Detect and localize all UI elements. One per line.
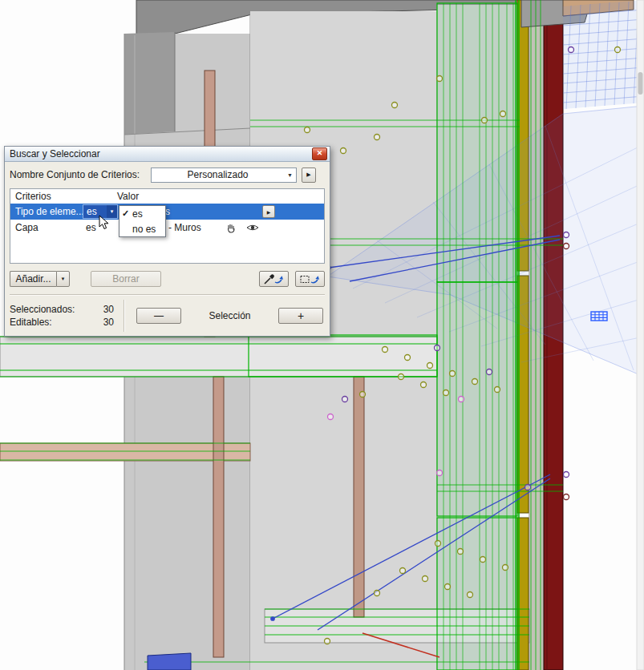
criteria-set-value: Personalizado [152, 169, 284, 180]
criteria-set-label: Nombre Conjunto de Criterios: [10, 169, 151, 180]
menu-item-no-es[interactable]: no es [119, 221, 165, 236]
row-flyout-button[interactable]: ▶ [262, 205, 275, 218]
col-header-valor: Valor [83, 191, 139, 202]
deselect-button[interactable]: — [136, 308, 181, 324]
table-buttons-row: Añadir... ▼ Borrar [10, 270, 325, 288]
dialog-title: Buscar y Seleccionar [10, 148, 100, 159]
criteria-name: Capa [10, 222, 83, 233]
selected-count: 30 [103, 304, 119, 315]
vertical-separator [124, 300, 125, 332]
dialog-footer: Seleccionados: 30 Editables: 30 — Selecc… [10, 300, 325, 332]
table-row-layer[interactable]: Capa es - Muros [10, 220, 324, 236]
dialog-body: Nombre Conjunto de Criterios: Personaliz… [5, 162, 330, 336]
table-row-element-type[interactable]: Tipo de eleme... es ▼ s ▶ [10, 204, 324, 220]
close-icon: ✕ [317, 149, 323, 157]
selected-label: Seleccionados: [10, 304, 75, 315]
add-button-label[interactable]: Añadir... [10, 271, 56, 287]
blue-beam [148, 653, 191, 670]
right-arrow-icon: ▶ [306, 172, 310, 178]
criteria-set-row: Nombre Conjunto de Criterios: Personaliz… [10, 166, 325, 184]
criteria-set-flyout-button[interactable]: ▶ [302, 168, 316, 183]
hand-icon [225, 223, 237, 233]
marquee-criteria-button[interactable] [295, 271, 325, 287]
selection-label: Selección [181, 310, 278, 321]
editable-count: 30 [103, 317, 119, 328]
add-button[interactable]: Añadir... ▼ [10, 271, 70, 287]
scrollbar-thumb[interactable] [638, 72, 643, 95]
col-header-criterios: Criterios [10, 191, 83, 202]
chevron-down-icon[interactable]: ▼ [56, 271, 70, 287]
check-icon: ✓ [122, 208, 132, 219]
menu-item-label: no es [132, 224, 156, 235]
criteria-set-combo[interactable]: Personalizado ▼ [151, 168, 297, 183]
menu-item-label: es [132, 208, 143, 220]
chevron-down-icon: ▼ [284, 172, 296, 178]
marquee-icon [299, 273, 322, 285]
dialog-titlebar[interactable]: Buscar y Seleccionar ✕ [5, 147, 330, 162]
selection-stats: Seleccionados: 30 Editables: 30 [10, 303, 119, 329]
criteria-value: - Muros [168, 222, 201, 233]
select-button[interactable]: + [278, 308, 323, 324]
criteria-name: Tipo de eleme... [10, 206, 83, 217]
delete-button[interactable]: Borrar [91, 271, 161, 287]
pick-buttons [259, 271, 325, 287]
menu-item-es[interactable]: ✓ es [119, 206, 165, 221]
right-arrow-icon: ▶ [267, 209, 271, 215]
criteria-table: Criterios Valor Tipo de eleme... es ▼ s … [10, 188, 325, 264]
mouse-cursor [99, 215, 111, 231]
table-header: Criterios Valor [10, 189, 324, 204]
find-select-dialog: Buscar y Seleccionar ✕ Nombre Conjunto d… [4, 146, 330, 337]
separator [10, 294, 325, 296]
layer-status-icons [225, 223, 259, 233]
operator-dropdown-menu: ✓ es no es [119, 205, 166, 237]
pick-criteria-button[interactable] [259, 271, 289, 287]
editable-label: Editables: [10, 317, 52, 328]
eyedropper-icon [263, 273, 286, 285]
close-button[interactable]: ✕ [312, 147, 327, 160]
eye-icon [246, 223, 259, 232]
scrollbar[interactable] [637, 0, 644, 670]
